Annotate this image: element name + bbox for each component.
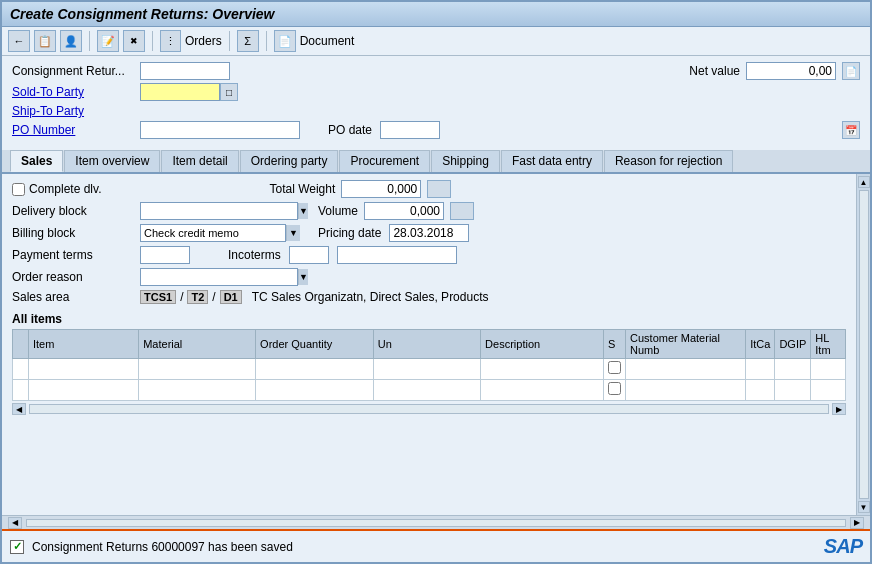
incoterms-input2[interactable]: [337, 246, 457, 264]
row1-un[interactable]: [373, 359, 480, 380]
all-items-label: All items: [12, 312, 846, 326]
row2-material[interactable]: [139, 380, 256, 401]
total-weight-group: Total Weight: [269, 180, 451, 198]
row2-itca[interactable]: [746, 380, 775, 401]
row2-description[interactable]: [481, 380, 604, 401]
tab-item-overview[interactable]: Item overview: [64, 150, 160, 172]
row1-description[interactable]: [481, 359, 604, 380]
col-header-row-num: [13, 330, 29, 359]
main-window: Create Consignment Returns: Overview ← 📋…: [0, 0, 872, 564]
toolbar-btn-1[interactable]: ←: [8, 30, 30, 52]
payment-terms-input[interactable]: [140, 246, 190, 264]
col-header-description: Description: [481, 330, 604, 359]
tab-sales[interactable]: Sales: [10, 150, 63, 172]
orders-icon-btn[interactable]: ⋮: [160, 30, 181, 52]
row2-customer-material[interactable]: [626, 380, 746, 401]
row1-customer-material[interactable]: [626, 359, 746, 380]
sales-area-label: Sales area: [12, 290, 132, 304]
sold-to-party-btn[interactable]: □: [220, 83, 238, 101]
sales-area-code2: T2: [187, 290, 208, 304]
total-weight-input[interactable]: [341, 180, 421, 198]
po-number-label[interactable]: PO Number: [12, 123, 132, 137]
row2-item[interactable]: [29, 380, 139, 401]
ship-to-row: Ship-To Party: [12, 104, 860, 118]
row1-hl-itm[interactable]: [811, 359, 846, 380]
consignment-return-input[interactable]: [140, 62, 230, 80]
tab-fast-data-entry[interactable]: Fast data entry: [501, 150, 603, 172]
complete-dlv-group: Complete dlv.: [12, 182, 101, 196]
col-header-customer-material: Customer Material Numb: [626, 330, 746, 359]
orders-icon: ⋮: [165, 35, 176, 48]
sigma-btn[interactable]: Σ: [237, 30, 259, 52]
toolbar-btn-4[interactable]: 📝: [97, 30, 119, 52]
document-label[interactable]: Document: [300, 34, 355, 48]
sold-to-party-input[interactable]: [140, 83, 220, 101]
row2-un[interactable]: [373, 380, 480, 401]
total-weight-unit-btn[interactable]: [427, 180, 451, 198]
nav-left-btn[interactable]: ◀: [8, 517, 22, 529]
col-header-un: Un: [373, 330, 480, 359]
row1-dgip[interactable]: [775, 359, 811, 380]
pricing-date-label: Pricing date: [318, 226, 381, 240]
po-number-input[interactable]: [140, 121, 300, 139]
complete-dlv-label: Complete dlv.: [29, 182, 101, 196]
order-reason-row: Order reason ▼: [12, 268, 846, 286]
volume-input[interactable]: [364, 202, 444, 220]
orders-label[interactable]: Orders: [185, 34, 222, 48]
tab-ordering-party[interactable]: Ordering party: [240, 150, 339, 172]
scroll-left-btn[interactable]: ◀: [12, 403, 26, 415]
bottom-nav: ◀ ▶: [2, 515, 870, 529]
billing-block-dropdown[interactable]: ▼: [286, 225, 300, 241]
row2-hl-itm[interactable]: [811, 380, 846, 401]
tab-procurement[interactable]: Procurement: [339, 150, 430, 172]
sales-tab-content: Complete dlv. Total Weight Delivery bloc…: [12, 180, 846, 415]
right-scrollbar[interactable]: ▲ ▼: [856, 174, 870, 515]
row1-s[interactable]: [604, 359, 626, 380]
complete-dlv-checkbox[interactable]: [12, 183, 25, 196]
sold-to-party-label[interactable]: Sold-To Party: [12, 85, 132, 99]
billing-block-input[interactable]: [140, 224, 286, 242]
volume-unit-btn[interactable]: [450, 202, 474, 220]
row1-material[interactable]: [139, 359, 256, 380]
row1-item[interactable]: [29, 359, 139, 380]
sap-logo: SAP: [824, 535, 862, 558]
payment-terms-row: Payment terms Incoterms: [12, 246, 846, 264]
toolbar-btn-5[interactable]: ✖: [123, 30, 145, 52]
tab-item-detail[interactable]: Item detail: [161, 150, 238, 172]
status-bar: ✓ Consignment Returns 60000097 has been …: [2, 529, 870, 562]
po-date-label: PO date: [328, 123, 372, 137]
sales-area-value: TCS1 / T2 / D1 TC Sales Organizatn, Dire…: [140, 290, 488, 304]
row1-order-qty[interactable]: [256, 359, 374, 380]
ship-to-party-label[interactable]: Ship-To Party: [12, 104, 132, 118]
pricing-date-input[interactable]: [389, 224, 469, 242]
document-icon-btn[interactable]: 📄: [274, 30, 296, 52]
po-date-btn[interactable]: 📅: [842, 121, 860, 139]
order-reason-dropdown[interactable]: ▼: [298, 269, 308, 285]
complete-dlv-row: Complete dlv. Total Weight: [12, 180, 846, 198]
col-header-itca: ItCa: [746, 330, 775, 359]
scroll-up-btn[interactable]: ▲: [858, 176, 870, 188]
total-weight-label: Total Weight: [269, 182, 335, 196]
toolbar-btn-3[interactable]: 👤: [60, 30, 82, 52]
row2-order-qty[interactable]: [256, 380, 374, 401]
delivery-block-label: Delivery block: [12, 204, 132, 218]
row2-dgip[interactable]: [775, 380, 811, 401]
delivery-block-input[interactable]: [140, 202, 298, 220]
order-reason-input[interactable]: [140, 268, 298, 286]
row2-s[interactable]: [604, 380, 626, 401]
scroll-right-btn[interactable]: ▶: [832, 403, 846, 415]
net-value-btn[interactable]: 📄: [842, 62, 860, 80]
tab-shipping[interactable]: Shipping: [431, 150, 500, 172]
scroll-down-btn[interactable]: ▼: [858, 501, 870, 513]
delivery-block-dropdown[interactable]: ▼: [298, 203, 308, 219]
nav-right-btn[interactable]: ▶: [850, 517, 864, 529]
net-value-input[interactable]: [746, 62, 836, 80]
toolbar-btn-2[interactable]: 📋: [34, 30, 56, 52]
row1-itca[interactable]: [746, 359, 775, 380]
tab-reason-for-rejection[interactable]: Reason for rejection: [604, 150, 733, 172]
incoterms-input1[interactable]: [289, 246, 329, 264]
po-date-input[interactable]: [380, 121, 440, 139]
table-row: [13, 380, 846, 401]
toolbar: ← 📋 👤 📝 ✖ ⋮ Orders Σ 📄 Document: [2, 27, 870, 56]
status-message: Consignment Returns 60000097 has been sa…: [32, 540, 293, 554]
